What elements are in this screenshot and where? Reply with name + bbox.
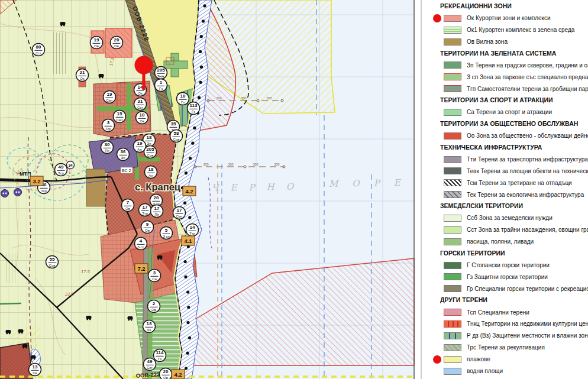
zone-marker: 3Тср — [102, 119, 115, 132]
coast-dot — [188, 216, 191, 219]
svg-text:Сов: Сов — [49, 264, 56, 267]
svg-text:4.2: 4.2 — [185, 188, 193, 195]
coast-dot — [186, 290, 189, 293]
elevation-label: 17.5 — [81, 269, 90, 274]
svg-text:Тевк: Тевк — [157, 74, 165, 78]
vs-label: ВС 2 — [122, 169, 131, 173]
legend-section-header: ТЕРИТОРИИ НА ЗЕЛЕНАТА СИСТЕМА — [422, 48, 588, 60]
legend-swatch-tevk — [444, 167, 461, 174]
legend-label: Тнкц Територии на недвижими културни цен — [467, 320, 588, 327]
legend-swatch-vodni — [444, 368, 461, 375]
elevation-label: 22.5 — [64, 291, 74, 297]
ref-badge: 3.2 — [30, 176, 43, 186]
legend-label: Зп Терени на градски скверове, градини и… — [467, 62, 588, 69]
svg-text:17: 17 — [143, 205, 148, 210]
svg-text:205: 205 — [157, 67, 165, 73]
legend-label: Сст Зона за трайни насаждения, овощни гр… — [467, 226, 588, 233]
legend-label: Тгп Самостоятелни терени за гробищни пар… — [467, 86, 588, 92]
zoning-plan-viewer: с. Крапец ЧЕРНО МОРЕ ООВ-2222 ООВ-2229 М… — [0, 0, 588, 379]
utility-icon — [14, 189, 22, 196]
legend-swatch-gz — [444, 273, 461, 280]
svg-text:58: 58 — [174, 131, 179, 136]
coast-dot — [202, 20, 205, 22]
svg-text:80: 80 — [36, 44, 41, 50]
zone-marker: 20Ов — [111, 37, 123, 49]
coast-dot — [198, 96, 201, 99]
svg-text:Зп: Зп — [147, 142, 151, 145]
legend-swatch-tsp — [444, 309, 461, 316]
svg-text:14: 14 — [190, 225, 195, 230]
legend-panel: РЕКРЕАЦИОННИ ЗОНИОк Курортни зони и комп… — [422, 0, 588, 379]
coast-dot — [185, 171, 188, 174]
svg-text:Сов: Сов — [173, 138, 180, 141]
legend-label: Г Стопански горски територии — [467, 262, 550, 268]
coast-dot — [191, 142, 194, 145]
legend-item-ov: Ов Вилна зона — [422, 36, 588, 48]
svg-text:55: 55 — [50, 257, 55, 262]
red-dot-annotation — [433, 14, 441, 22]
legend-label: Ок1 Курортен комплекс в зелена среда — [467, 27, 574, 33]
village-label: с. Крапец — [135, 182, 180, 192]
zone-marker: 21Сст — [134, 98, 147, 111]
svg-text:Тср: Тср — [41, 189, 47, 193]
legend-swatch-ok1 — [444, 27, 461, 34]
zone-marker: 17Смт — [173, 207, 186, 219]
legend-item-tevk: Тевк Терени за площни обекти на техничес… — [422, 165, 588, 177]
zone-marker: 2Ов — [148, 300, 160, 313]
svg-text:35: 35 — [171, 121, 176, 127]
svg-text:Гз: Гз — [158, 357, 161, 361]
svg-text:Сст: Сст — [147, 366, 153, 370]
legend-item-zsp: З сп Зона за паркове със специално предн… — [422, 71, 588, 83]
red-dot-annotation — [433, 355, 441, 364]
legend-swatch-rdz — [444, 332, 461, 339]
legend-label: Тевк Терени за площни обекти на техничес… — [467, 168, 588, 174]
svg-text:Ал: Ал — [137, 148, 142, 151]
legend-section-header: РЕКРЕАЦИОННИ ЗОНИ — [422, 1, 588, 12]
svg-text:Гз: Гз — [181, 101, 185, 104]
zone-marker: 19Ов — [91, 37, 103, 49]
zone-marker: 21Ок — [76, 69, 89, 82]
legend-swatch-plazh — [444, 356, 461, 363]
legend-item-tgp: Тгп Самостоятелни терени за гробищни пар… — [422, 83, 588, 95]
legend-label: Трс Терени за рекултивация — [467, 344, 545, 351]
zone-marker: 34 — [67, 161, 75, 169]
svg-text:Ок: Ок — [80, 77, 85, 80]
ref-badge: 7.2 — [135, 264, 148, 273]
svg-text:10: 10 — [180, 93, 186, 99]
svg-text:Пп: Пп — [105, 149, 109, 153]
svg-text:19: 19 — [94, 37, 99, 43]
zone-marker: 17Пп — [151, 205, 163, 218]
legend-item-tnkc: Тнкц Територии на недвижими културни цен — [422, 318, 588, 330]
zone-marker: 55Сов — [46, 256, 59, 268]
legend-item-ok1: Ок1 Курортен комплекс в зелена среда — [422, 24, 588, 36]
zone-marker: 30Пп — [101, 141, 114, 154]
legend-label: пасища, поляни, ливади — [467, 238, 534, 245]
zone-marker: 80Сст — [33, 44, 45, 56]
legend-label: Ов Вилна зона — [467, 38, 508, 45]
legend-label: Тсм Терени за третиране на отпадъци — [467, 180, 572, 186]
legend-swatch-ok — [444, 15, 461, 22]
coast-dot — [185, 367, 188, 370]
svg-text:Са: Са — [152, 277, 157, 281]
svg-text:36: 36 — [121, 149, 126, 154]
legend-swatch-ov — [444, 38, 461, 46]
svg-text:18: 18 — [148, 167, 154, 172]
legend-item-plazh: плажове — [422, 354, 588, 365]
svg-text:Зп: Зп — [121, 156, 125, 160]
svg-text:Ок: Ок — [138, 92, 143, 95]
coast-dot — [186, 321, 189, 324]
svg-text:17: 17 — [177, 208, 182, 213]
coast-dot — [200, 35, 203, 38]
legend-label: Тсп Специални терени — [467, 309, 529, 316]
svg-text:20: 20 — [163, 369, 169, 374]
svg-text:Тср: Тср — [58, 171, 64, 175]
svg-text:Пп: Пп — [154, 213, 159, 216]
legend-item-sst: Сст Зона за трайни насаждения, овощни гр… — [422, 224, 588, 236]
coast-dot — [203, 4, 206, 7]
legend-section-header: ТЕРИТОРИИ ЗА ОБЩЕСТВЕНО ОБСЛУЖВАН — [422, 118, 588, 130]
legend-swatch-pas — [444, 238, 461, 245]
svg-text:19: 19 — [107, 92, 112, 97]
legend-label: Са Терени за спорт и атракции — [467, 109, 552, 115]
coast-dot — [187, 306, 190, 309]
svg-text:3.2: 3.2 — [33, 178, 40, 184]
